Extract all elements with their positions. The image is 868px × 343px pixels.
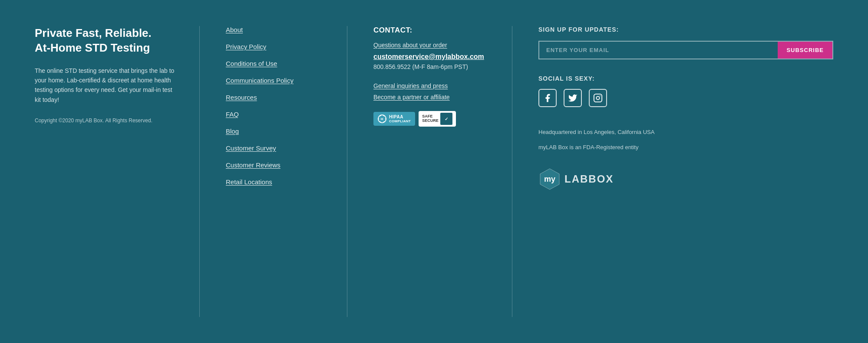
- twitter-icon[interactable]: [564, 89, 582, 107]
- safe-secure-badge: SAFE SECURE ✓: [419, 111, 456, 127]
- social-heading: SOCIAL IS SEXY:: [538, 75, 833, 82]
- contact-partner-link[interactable]: Become a partner or affiliate: [373, 94, 495, 101]
- safe-text: SAFE SECURE: [422, 114, 439, 123]
- link-conditions-of-use[interactable]: Conditions of Use: [226, 60, 330, 67]
- brand-title: Private Fast, Reliable. At-Home STD Test…: [35, 26, 178, 56]
- fda-text: myLAB Box is an FDA-Registered entity: [538, 144, 833, 150]
- subscribe-button[interactable]: SUBSCRIBE: [778, 42, 832, 59]
- footer: Private Fast, Reliable. At-Home STD Test…: [0, 0, 868, 343]
- trust-badges: H HIPAA COMPLIANT SAFE SECURE ✓: [373, 111, 495, 127]
- contact-column: CONTACT: Questions about your order cust…: [347, 26, 512, 317]
- contact-heading: CONTACT:: [373, 26, 495, 35]
- mylab-logo: my LABBOX: [538, 168, 833, 190]
- link-blog[interactable]: Blog: [226, 127, 330, 135]
- safe-secure-icon: ✓: [440, 113, 452, 125]
- link-retail-locations[interactable]: Retail Locations: [226, 178, 330, 186]
- brand-copyright: Copyright ©2020 myLAB Box. All Rights Re…: [35, 118, 178, 124]
- social-icons: [538, 89, 833, 107]
- instagram-icon[interactable]: [589, 89, 607, 107]
- contact-inquiries-link[interactable]: General inquiries and press: [373, 82, 495, 89]
- link-communications-policy[interactable]: Communications Policy: [226, 77, 330, 84]
- link-privacy-policy[interactable]: Privacy Policy: [226, 43, 330, 50]
- brand-description: The online STD testing service that brin…: [35, 66, 178, 105]
- brand-column: Private Fast, Reliable. At-Home STD Test…: [35, 26, 200, 317]
- svg-point-5: [596, 96, 599, 99]
- signup-column: SIGN UP FOR UPDATES: SUBSCRIBE SOCIAL IS…: [512, 26, 833, 317]
- svg-point-6: [600, 95, 601, 96]
- svg-rect-4: [594, 94, 602, 102]
- contact-phone: 800.856.9522 (M-F 8am-6pm PST): [373, 63, 495, 70]
- brand-title-line2: At-Home STD Testing: [35, 41, 150, 54]
- signup-heading: SIGN UP FOR UPDATES:: [538, 26, 833, 33]
- link-resources[interactable]: Resources: [226, 94, 330, 101]
- facebook-icon[interactable]: [538, 89, 557, 107]
- links-column: About Privacy Policy Conditions of Use C…: [200, 26, 347, 317]
- contact-order-link[interactable]: Questions about your order: [373, 42, 495, 49]
- link-faq[interactable]: FAQ: [226, 111, 330, 118]
- contact-email-link[interactable]: customerservice@mylabbox.com: [373, 53, 495, 61]
- link-about[interactable]: About: [226, 26, 330, 33]
- email-input[interactable]: [539, 42, 778, 59]
- email-form: SUBSCRIBE: [538, 41, 833, 59]
- svg-text:✓: ✓: [445, 117, 448, 121]
- brand-title-line1: Private Fast, Reliable.: [35, 26, 152, 39]
- logo-my-text: my: [544, 175, 555, 184]
- hipaa-badge: H HIPAA COMPLIANT: [373, 112, 415, 126]
- svg-text:H: H: [381, 117, 383, 121]
- hipaa-icon: H: [378, 114, 386, 123]
- logo-labbox-text: LABBOX: [564, 173, 614, 185]
- hq-text: Headquartered in Los Angeles, California…: [538, 129, 833, 135]
- link-customer-survey[interactable]: Customer Survey: [226, 144, 330, 152]
- logo-hex: my: [538, 168, 561, 190]
- hipaa-text: HIPAA COMPLIANT: [389, 114, 411, 123]
- link-customer-reviews[interactable]: Customer Reviews: [226, 161, 330, 169]
